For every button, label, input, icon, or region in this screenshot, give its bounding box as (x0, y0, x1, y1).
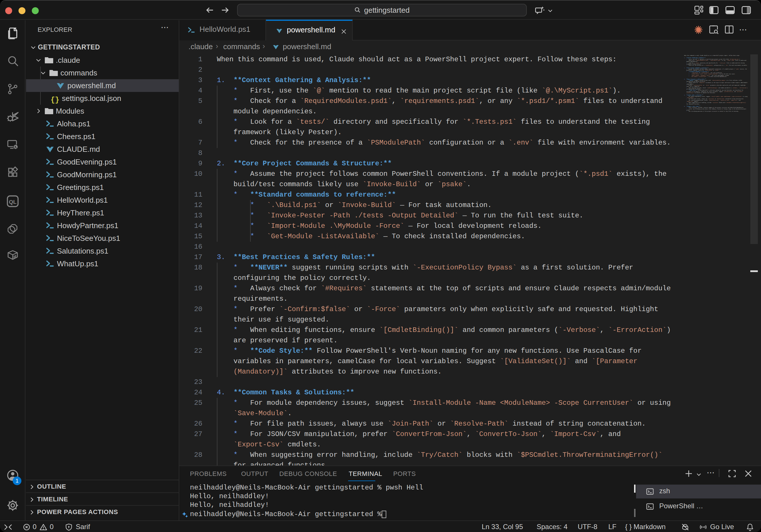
svg-text:QL: QL (9, 199, 17, 205)
